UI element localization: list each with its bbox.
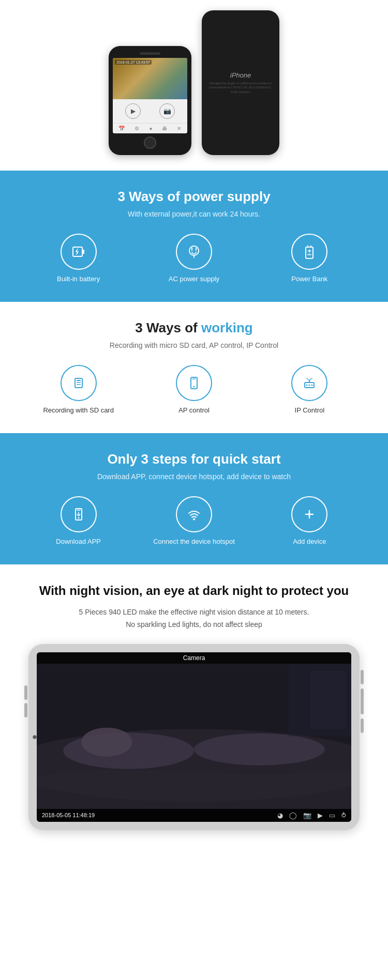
battery-item: Built-in battery [21,234,136,284]
svg-rect-11 [307,254,311,255]
night-vision-subtitle1: 5 Pieces 940 LED make the effective nigh… [16,608,372,616]
phone-front-mockup: 2018-01-27 13:43:57 ▶ 📷 📅 ⚙ ● 🖶 ✕ [109,46,191,155]
screen-bottom-icons: 📅 ⚙ ● 🖶 ✕ [113,123,187,133]
monitor-icon: 🖶 [162,126,167,131]
download-app-icon-circle [61,496,97,532]
settings-icon: ⚙ [135,126,139,131]
svg-point-24 [309,384,310,386]
connect-hotspot-icon-circle [176,496,212,532]
svg-point-27 [78,517,79,518]
bar-icon-1: ◕ [277,811,283,819]
quickstart-section: Only 3 steps for quick start Download AP… [0,433,388,564]
night-scene-svg [37,664,351,809]
left-btn2 [24,703,27,717]
router-icon [301,374,318,392]
iphone-label: iPhone [230,71,251,79]
ac-power-item: AC power supply [136,234,251,284]
battery-icon [70,243,87,261]
sdcard-icon [70,374,87,392]
phone-home-button[interactable] [144,136,156,149]
battery-icon-circle [61,234,97,270]
quickstart-subtitle: Download APP, connect device hotspot, ad… [21,472,367,481]
volume-down-btn [361,718,364,733]
night-vision-title: With night vision, an eye at dark night … [16,583,372,599]
sdcard-label: Recording with SD card [43,406,114,415]
sdcard-icon-circle [61,365,97,401]
landscape-timestamp: 2018-05-05 11:48:19 [42,812,95,818]
screen-controls: ▶ 📷 [113,99,187,123]
add-device-icon-circle [291,496,327,532]
svg-point-30 [193,518,195,520]
ac-power-label: AC power supply [169,275,219,284]
add-icon [301,506,318,523]
battery-label: Built-in battery [57,275,100,284]
svg-rect-15 [77,384,81,385]
add-device-label: Add device [293,538,326,546]
close-icon: ✕ [177,126,181,131]
plug-icon [185,243,203,261]
svg-point-36 [194,733,325,765]
screen-camera-feed: 2018-01-27 13:43:57 [113,58,187,99]
mobile-download-icon [70,506,87,523]
ip-control-label: IP Control [295,406,325,415]
ac-power-icon-circle [176,234,212,270]
location-icon: ● [149,126,152,131]
svg-point-23 [306,384,308,386]
landscape-bottom-bar: 2018-05-05 11:48:19 ◕ ◯ 📷 ▶ ▭ ⥁ [37,809,351,822]
phone-top-section: 2018-01-27 13:43:57 ▶ 📷 📅 ⚙ ● 🖶 ✕ iPhone… [0,0,388,171]
power-icons-row: Built-in battery AC power supply [21,234,367,284]
front-camera-dot [33,735,37,739]
ip-control-item: IP Control [252,365,367,415]
download-app-label: Download APP [56,538,101,546]
power-btn [361,688,364,714]
wifi-icon [185,506,203,523]
landscape-bottom-icons: ◕ ◯ 📷 ▶ ▭ ⥁ [277,811,346,819]
phone-back-mockup: iPhone Designed by Apple in California A… [202,10,279,155]
camera-label: Camera [183,654,205,662]
landscape-screen: Camera [37,652,351,822]
working-title-highlight: working [198,320,253,335]
camera-btn[interactable]: 📷 [159,103,175,119]
power-section-subtitle: With external power,it can work 24 hours… [21,210,367,218]
screen-timestamp: 2018-01-27 13:43:57 [115,60,152,65]
quickstart-title: Only 3 steps for quick start [21,451,367,467]
landscape-phone-wrapper: Camera [16,639,372,840]
ap-control-label: AP control [178,406,210,415]
bar-icon-3: 📷 [303,811,311,819]
svg-rect-1 [82,250,84,254]
bar-icon-6: ⥁ [341,811,346,819]
bar-icon-2: ◯ [289,811,297,819]
phone-screen: 2018-01-27 13:43:57 ▶ 📷 📅 ⚙ ● 🖶 ✕ [113,58,187,133]
working-icons-row: Recording with SD card AP control [21,365,367,415]
working-title-prefix: 3 Ways of [135,320,197,335]
svg-rect-13 [77,380,81,381]
bar-icon-5: ▭ [329,811,335,819]
svg-point-25 [311,384,313,386]
working-section-title: 3 Ways of working [21,320,367,336]
night-vision-feed [37,664,351,809]
power-supply-section: 3 Ways of power supply With external pow… [0,171,388,302]
svg-rect-6 [306,247,313,258]
svg-rect-39 [310,671,347,729]
svg-rect-14 [77,382,81,383]
powerbank-icon-circle [291,234,327,270]
working-section-subtitle: Recording with micro SD card, AP control… [21,341,367,349]
download-app-item: Download APP [21,496,136,546]
side-buttons-right [361,670,364,733]
connect-hotspot-label: Connect the device hotspot [153,538,235,546]
connect-hotspot-item: Connect the device hotspot [136,496,251,546]
svg-line-22 [309,378,312,380]
landscape-phone-mockup: Camera [28,644,360,830]
svg-point-17 [193,386,195,387]
video-btn[interactable]: ▶ [125,103,141,119]
calendar-icon: 📅 [118,126,125,131]
side-buttons-left [24,685,27,717]
ap-control-icon-circle [176,365,212,401]
ip-control-icon-circle [291,365,327,401]
svg-rect-12 [75,378,82,388]
left-btn1 [24,685,27,700]
powerbank-item: Power Bank [252,234,367,284]
volume-up-btn [361,670,364,684]
add-device-item: Add device [252,496,367,546]
working-section: 3 Ways of working Recording with micro S… [0,302,388,433]
